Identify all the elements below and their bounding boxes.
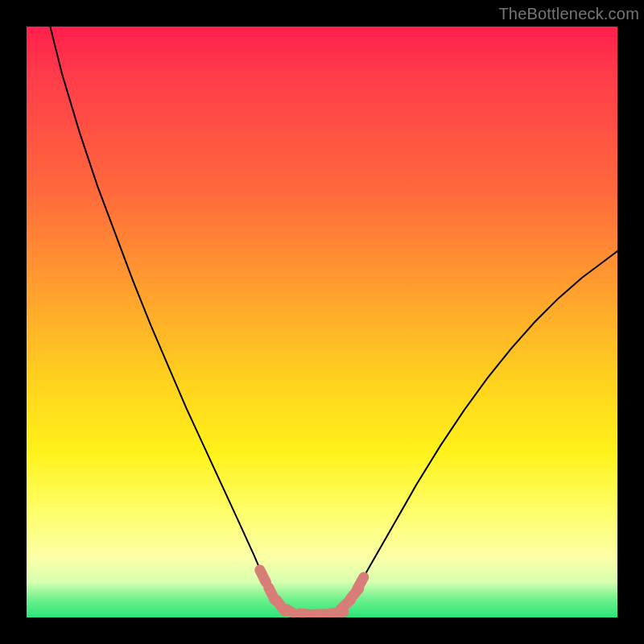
outer-frame: TheBottleneck.com: [0, 0, 644, 644]
chart-plot-area: [27, 27, 617, 617]
curve-marker: [260, 570, 266, 582]
watermark-text: TheBottleneck.com: [498, 5, 639, 23]
curve-markers-group: [260, 570, 364, 616]
bottleneck-curve: [50, 27, 617, 614]
curve-marker: [357, 577, 364, 589]
chart-svg-layer: [27, 27, 617, 617]
